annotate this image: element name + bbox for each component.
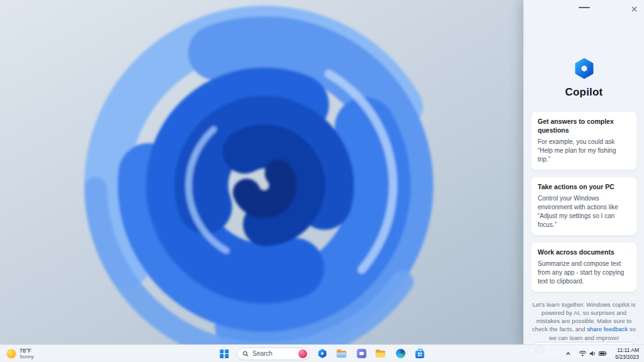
close-icon[interactable] [630, 4, 638, 13]
store-icon [416, 351, 425, 358]
card-title: Get answers to complex questions [538, 118, 630, 134]
hidden-icons-chevron-icon[interactable] [564, 349, 572, 358]
search-box[interactable]: Search [237, 348, 310, 360]
card-body: Summarize and compose text from any app … [538, 260, 630, 285]
tray-time: 11:11 AM [617, 347, 639, 354]
copilot-logo-icon [573, 58, 596, 79]
folder-icon [376, 349, 386, 359]
card-title: Work across documents [538, 248, 630, 257]
sun-icon [7, 349, 16, 358]
card-body: For example, you could ask “Help me plan… [538, 138, 630, 163]
copilot-panel: Copilot Get answers to complex questions… [523, 0, 644, 344]
taskbar-center: Search [218, 345, 427, 362]
taskbar-app-store[interactable] [413, 346, 427, 361]
taskbar-app-copilot[interactable] [316, 346, 330, 361]
taskbar: 78°F Sunny Search [0, 344, 644, 362]
copilot-taskbar-icon [318, 349, 328, 358]
suggestion-cards: Get answers to complex questions For exa… [531, 111, 637, 292]
taskbar-app-folder[interactable] [374, 346, 388, 361]
copilot-brand: Copilot [531, 58, 637, 99]
suggestion-card-actions[interactable]: Take actions on your PC Control your Win… [531, 177, 637, 236]
clock[interactable]: 11:11 AM 5/23/2023 [613, 346, 641, 361]
card-body: Control your Windows environment with ac… [538, 194, 630, 229]
system-tray: 11:11 AM 5/23/2023 [564, 345, 641, 362]
taskbar-app-file-explorer[interactable] [335, 346, 349, 361]
wifi-icon [579, 350, 587, 357]
card-title: Take actions on your PC [538, 183, 630, 192]
panel-window-controls [531, 4, 637, 13]
weather-text: 78°F Sunny [19, 348, 34, 360]
search-label: Search [253, 350, 295, 357]
suggestion-card-documents[interactable]: Work across documents Summarize and comp… [531, 242, 637, 292]
share-feedback-link[interactable]: share feedback [587, 326, 628, 332]
edge-icon [396, 349, 405, 358]
tray-status-group[interactable] [577, 349, 609, 358]
suggestion-card-answers[interactable]: Get answers to complex questions For exa… [531, 111, 637, 170]
volume-icon [589, 350, 596, 357]
start-button[interactable] [218, 346, 231, 361]
weather-temperature: 78°F [19, 348, 34, 354]
minimize-icon[interactable] [579, 7, 590, 8]
ai-disclaimer: Let's learn together. Windows copilot is… [531, 300, 637, 342]
search-icon [243, 351, 249, 357]
file-explorer-icon [337, 349, 347, 359]
search-highlight-icon [299, 349, 308, 358]
battery-icon [599, 350, 607, 357]
windows-logo-icon [220, 349, 229, 358]
copilot-title: Copilot [531, 86, 637, 99]
weather-condition: Sunny [19, 354, 34, 359]
taskbar-app-chat[interactable] [355, 346, 369, 361]
chat-icon [357, 349, 366, 358]
tray-date: 5/23/2023 [615, 354, 639, 361]
weather-widget[interactable]: 78°F Sunny [4, 345, 36, 362]
taskbar-app-edge[interactable] [394, 346, 408, 361]
